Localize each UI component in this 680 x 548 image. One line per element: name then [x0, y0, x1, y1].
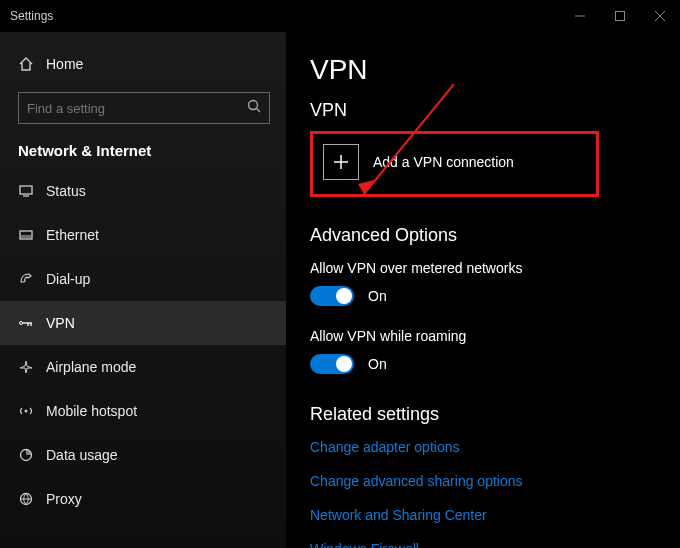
annotation-highlight: Add a VPN connection — [310, 131, 599, 197]
sidebar-item-label: Dial-up — [46, 271, 90, 287]
svg-point-18 — [25, 410, 28, 413]
maximize-icon — [615, 11, 625, 21]
sidebar-item-airplane[interactable]: Airplane mode — [0, 345, 286, 389]
link-adapter-options[interactable]: Change adapter options — [310, 439, 680, 455]
opt-roaming-toggle[interactable] — [310, 354, 354, 374]
sidebar-item-proxy[interactable]: Proxy — [0, 477, 286, 521]
opt-metered-label: Allow VPN over metered networks — [310, 260, 680, 276]
hotspot-icon — [18, 403, 42, 419]
status-icon — [18, 183, 42, 199]
close-icon — [655, 11, 665, 21]
sidebar-item-label: VPN — [46, 315, 75, 331]
sidebar-item-status[interactable]: Status — [0, 169, 286, 213]
svg-rect-6 — [20, 186, 32, 194]
sidebar-item-label: Mobile hotspot — [46, 403, 137, 419]
window-controls — [560, 0, 680, 32]
vpn-icon — [18, 315, 42, 331]
sidebar-item-datausage[interactable]: Data usage — [0, 433, 286, 477]
plus-icon — [332, 153, 350, 171]
search-box[interactable] — [18, 92, 270, 124]
section-related: Related settings — [310, 404, 680, 425]
close-button[interactable] — [640, 0, 680, 32]
sidebar-item-label: Status — [46, 183, 86, 199]
minimize-icon — [575, 11, 585, 21]
datausage-icon — [18, 447, 42, 463]
opt-metered-state: On — [368, 288, 387, 304]
proxy-icon — [18, 491, 42, 507]
page-title: VPN — [310, 54, 680, 86]
window-title: Settings — [10, 9, 53, 23]
sidebar-home-label: Home — [46, 56, 83, 72]
sidebar-list: Status Ethernet Dial-up VPN Airplane mod… — [0, 169, 286, 521]
titlebar: Settings — [0, 0, 680, 32]
add-vpn-button[interactable] — [323, 144, 359, 180]
sidebar-item-label: Data usage — [46, 447, 118, 463]
svg-line-5 — [257, 109, 261, 113]
link-sharing-center[interactable]: Network and Sharing Center — [310, 507, 680, 523]
opt-roaming-label: Allow VPN while roaming — [310, 328, 680, 344]
svg-rect-1 — [616, 12, 625, 21]
search-icon — [247, 99, 261, 117]
sidebar-item-ethernet[interactable]: Ethernet — [0, 213, 286, 257]
search-input[interactable] — [27, 101, 247, 116]
svg-point-4 — [249, 101, 258, 110]
sidebar-home[interactable]: Home — [0, 44, 286, 84]
sidebar-item-label: Proxy — [46, 491, 82, 507]
section-advanced: Advanced Options — [310, 225, 680, 246]
dialup-icon — [18, 271, 42, 287]
ethernet-icon — [18, 227, 42, 243]
sidebar-item-hotspot[interactable]: Mobile hotspot — [0, 389, 286, 433]
minimize-button[interactable] — [560, 0, 600, 32]
sidebar-item-label: Airplane mode — [46, 359, 136, 375]
opt-metered-toggle[interactable] — [310, 286, 354, 306]
link-sharing-options[interactable]: Change advanced sharing options — [310, 473, 680, 489]
svg-point-14 — [20, 322, 23, 325]
link-firewall[interactable]: Windows Firewall — [310, 541, 680, 548]
home-icon — [18, 56, 42, 72]
section-vpn: VPN — [310, 100, 680, 121]
sidebar-item-label: Ethernet — [46, 227, 99, 243]
maximize-button[interactable] — [600, 0, 640, 32]
opt-roaming-state: On — [368, 356, 387, 372]
main-pane: VPN VPN Add a VPN connection Advanced Op… — [286, 32, 680, 548]
sidebar-category: Network & Internet — [0, 138, 286, 169]
add-vpn-label: Add a VPN connection — [373, 154, 514, 170]
sidebar-item-vpn[interactable]: VPN — [0, 301, 286, 345]
sidebar: Home Network & Internet Status Ethernet … — [0, 32, 286, 548]
sidebar-item-dialup[interactable]: Dial-up — [0, 257, 286, 301]
airplane-icon — [18, 359, 42, 375]
